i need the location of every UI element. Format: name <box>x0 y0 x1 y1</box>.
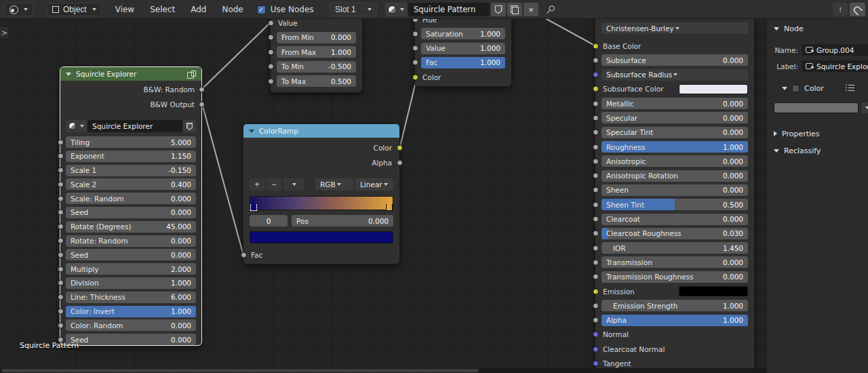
fake-user-button[interactable] <box>491 3 506 16</box>
alpha-slider[interactable]: Alpha1.000 <box>601 315 748 326</box>
up-arrow-button[interactable]: ↑ <box>833 3 848 16</box>
anisotropic-rotation-socket[interactable] <box>593 173 599 179</box>
anisotropic-rotation-slider[interactable]: Anisotropic Rotation0.000 <box>601 170 748 182</box>
seed-row[interactable]: Seed0.000 <box>66 334 196 345</box>
node-header[interactable]: ColorRamp <box>243 124 399 138</box>
normal-socket[interactable] <box>593 332 599 338</box>
anisotropic-rotation-row[interactable]: Anisotropic Rotation0.000 <box>601 170 748 182</box>
interpolation-dropdown[interactable]: Linear <box>355 178 393 191</box>
scale-2-slider[interactable]: Scale 20.400 <box>66 178 196 190</box>
subsurface-row[interactable]: Subsurface0.000 <box>601 54 748 66</box>
transmission-roughness-slider[interactable]: Transmission Roughness0.000 <box>601 271 748 283</box>
swatch-dropdown-button[interactable] <box>861 102 868 113</box>
sheen-socket[interactable] <box>593 187 599 193</box>
seed-socket[interactable] <box>58 252 64 258</box>
emission-swatch[interactable] <box>679 286 748 296</box>
new-material-button[interactable] <box>507 3 522 16</box>
multiply-slider[interactable]: Multiply2.000 <box>66 263 196 275</box>
tiling-slider[interactable]: Tiling5.000 <box>66 136 196 148</box>
subsurface-radius-dropdown[interactable]: Subsurface Radius <box>601 69 748 81</box>
subsurface-radius-socket[interactable] <box>593 72 599 78</box>
division-row[interactable]: Division1.000 <box>66 277 196 289</box>
specular-slider[interactable]: Specular0.000 <box>601 112 748 123</box>
alpha-socket[interactable] <box>397 160 403 166</box>
clearcoat-slider[interactable]: Clearcoat0.000 <box>601 214 748 225</box>
hue-socket[interactable] <box>412 19 418 22</box>
transmission-slider[interactable]: Transmission0.000 <box>601 256 748 268</box>
colorramp-menu-button[interactable] <box>283 178 304 191</box>
sidebar-color-swatch[interactable] <box>774 102 859 113</box>
clearcoat-roughness-slider[interactable]: Clearcoat Roughness0.030 <box>601 228 748 239</box>
material-name-field[interactable]: Squircle Pattern <box>408 3 490 16</box>
horizontal-scrollbar[interactable] <box>0 368 766 373</box>
saturation-row[interactable]: Saturation1.000 <box>421 28 505 39</box>
menu-add[interactable]: Add <box>191 5 206 14</box>
scale-1-slider[interactable]: Scale 1-0.150 <box>66 165 196 176</box>
sheen-slider[interactable]: Sheen0.000 <box>601 184 748 196</box>
emission-row[interactable]: Emission <box>601 286 748 297</box>
group-fake-user-button[interactable] <box>183 120 196 132</box>
subsurface-radius-row[interactable]: Subsurface Radius <box>601 69 748 81</box>
color-socket[interactable] <box>397 145 403 151</box>
tiling-row[interactable]: Tiling5.000 <box>66 136 196 148</box>
scale-1-row[interactable]: Scale 1-0.150 <box>66 165 196 176</box>
node-header[interactable]: Squircle Explorer <box>60 67 201 81</box>
division-socket[interactable] <box>58 280 64 286</box>
from-min-slider[interactable]: From Min0.000 <box>277 32 356 43</box>
menu-view[interactable]: View <box>115 5 134 14</box>
rotate-degrees-row[interactable]: Rotate (Degrees)45.000 <box>66 221 196 233</box>
add-stop-button[interactable]: + <box>250 178 264 191</box>
subsurface-color-row[interactable]: Subsurface Color <box>601 83 748 95</box>
scale-random-row[interactable]: Scale: Random0.000 <box>66 193 196 204</box>
to-min-row[interactable]: To Min-0.500 <box>277 61 356 73</box>
line-thickness-socket[interactable] <box>58 294 64 300</box>
color-random-socket[interactable] <box>58 322 64 328</box>
from-max-row[interactable]: From Max1.000 <box>277 46 356 58</box>
division-slider[interactable]: Division1.000 <box>66 277 196 289</box>
fac-socket[interactable] <box>241 252 247 258</box>
specular-tint-socket[interactable] <box>593 130 599 136</box>
emission-strength-row[interactable]: Emission Strength1.000 <box>601 300 748 311</box>
remove-stop-button[interactable]: − <box>267 178 281 191</box>
clearcoat-normal-socket[interactable] <box>593 346 599 352</box>
node-canvas[interactable]: ValueFrom Min0.000From Max1.000To Min-0.… <box>0 19 766 373</box>
value-socket[interactable] <box>412 45 418 52</box>
anisotropic-slider[interactable]: Anisotropic0.000 <box>601 155 748 167</box>
christensen-burley-row[interactable]: Christensen-Burley <box>601 22 748 34</box>
snap-magnet-button[interactable] <box>850 3 865 16</box>
value-slider[interactable]: Value1.000 <box>421 43 505 54</box>
menu-node[interactable]: Node <box>222 5 243 14</box>
specular-row[interactable]: Specular0.000 <box>601 112 748 123</box>
line-thickness-slider[interactable]: Line: Thickness6.000 <box>66 292 196 303</box>
scale-random-slider[interactable]: Scale: Random0.000 <box>66 193 196 204</box>
use-nodes-checkbox[interactable]: ✓ Use Nodes <box>257 5 314 14</box>
color-invert-socket[interactable] <box>58 309 64 315</box>
exponent-row[interactable]: Exponent1.150 <box>66 151 196 162</box>
to-min-socket[interactable] <box>268 64 274 70</box>
anisotropic-socket[interactable] <box>593 158 599 164</box>
node-principled-bsdf[interactable]: Christensen-BurleyBase ColorSubsurface0.… <box>595 19 755 373</box>
ior-row[interactable]: IOR1.450 <box>601 242 748 254</box>
scrollbar-thumb[interactable] <box>1 369 479 372</box>
stop-position-field[interactable]: Pos 0.000 <box>292 215 393 227</box>
ior-slider[interactable]: IOR1.450 <box>601 242 748 254</box>
tangent-socket[interactable] <box>593 361 599 367</box>
to-max-slider[interactable]: To Max0.500 <box>277 75 356 87</box>
emission-strength-socket[interactable] <box>593 302 599 309</box>
christensen-burley-dropdown[interactable]: Christensen-Burley <box>601 22 748 34</box>
presets-list-icon[interactable] <box>846 85 855 92</box>
clearcoat-roughness-row[interactable]: Clearcoat Roughness0.030 <box>601 228 748 239</box>
seed-row[interactable]: Seed0.000 <box>66 249 196 260</box>
b-w-random-socket[interactable] <box>199 87 205 93</box>
transmission-row[interactable]: Transmission0.000 <box>601 256 748 268</box>
subsurface-color-swatch[interactable] <box>679 84 748 94</box>
sheen-tint-socket[interactable] <box>593 201 599 208</box>
rotate-random-slider[interactable]: Rotate: Random0.000 <box>66 235 196 247</box>
color-checkbox[interactable] <box>792 85 800 92</box>
color-mode-dropdown[interactable]: RGB <box>315 178 353 191</box>
unlink-material-button[interactable]: × <box>524 3 538 16</box>
specular-tint-row[interactable]: Specular Tint0.000 <box>601 127 748 138</box>
scale-random-socket[interactable] <box>58 195 64 201</box>
metallic-row[interactable]: Metallic0.000 <box>601 98 748 109</box>
scale-1-socket[interactable] <box>58 168 64 174</box>
